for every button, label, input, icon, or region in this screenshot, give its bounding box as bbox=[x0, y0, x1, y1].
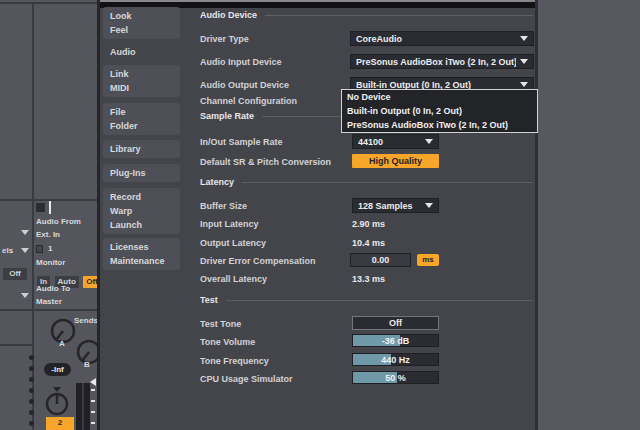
driver-error-compensation-label: Driver Error Compensation bbox=[200, 256, 316, 267]
clip-stop-button[interactable] bbox=[36, 203, 45, 212]
menu-item-presonus[interactable]: PreSonus AudioBox iTwo (2 In, 2 Out) bbox=[342, 118, 537, 132]
cpu-usage-simulator-label: CPU Usage Simulator bbox=[200, 374, 293, 385]
tone-frequency-label: Tone Frequency bbox=[200, 356, 269, 367]
session-view-background: Audio From Ext. In 1 Monitor In Auto Off… bbox=[0, 0, 97, 430]
output-latency-value: 10.4 ms bbox=[352, 238, 385, 249]
menu-item-built-in-output[interactable]: Built-in Output (0 In, 2 Out) bbox=[342, 104, 537, 118]
driver-type-label: Driver Type bbox=[200, 34, 249, 45]
monitor-off-button[interactable]: Off bbox=[83, 276, 97, 288]
divider bbox=[0, 309, 97, 311]
tab-plug-ins[interactable]: Plug-Ins bbox=[103, 164, 180, 182]
app-background-right bbox=[538, 0, 640, 430]
sample-rate-label: In/Out Sample Rate bbox=[200, 137, 283, 148]
divider bbox=[0, 2, 97, 4]
dropdown-arrow-icon bbox=[520, 59, 528, 64]
volume-display[interactable]: -Inf bbox=[44, 363, 71, 376]
tone-volume-slider[interactable]: -36 dB bbox=[352, 334, 439, 347]
menu-item-no-device[interactable]: No Device bbox=[342, 90, 537, 104]
audio-to-chooser[interactable]: Master bbox=[36, 297, 62, 307]
driver-type-select[interactable]: CoreAudio bbox=[350, 31, 534, 46]
tone-frequency-slider[interactable]: 440 Hz bbox=[352, 353, 439, 366]
section-test: Test bbox=[200, 295, 533, 306]
audio-input-device-select[interactable]: PreSonus AudioBox iTwo (2 In, 2 Out) bbox=[350, 54, 534, 69]
input-latency-value: 2.90 ms bbox=[352, 219, 385, 230]
chooser-arrow-icon[interactable] bbox=[21, 248, 29, 253]
input-latency-label: Input Latency bbox=[200, 219, 259, 230]
high-quality-button[interactable]: High Quality bbox=[352, 154, 439, 168]
divider bbox=[265, 15, 533, 16]
meter-dot bbox=[29, 366, 34, 371]
track-number-badge[interactable]: 2 bbox=[46, 417, 74, 430]
tab-link-midi[interactable]: Link MIDI bbox=[103, 65, 180, 97]
output-device-menu: No Device Built-in Output (0 In, 2 Out) … bbox=[341, 89, 538, 133]
meter-dot bbox=[29, 410, 34, 415]
cpu-usage-simulator-slider[interactable]: 50 % bbox=[352, 371, 439, 384]
section-audio-device: Audio Device bbox=[200, 10, 533, 21]
input-channel-box[interactable] bbox=[36, 245, 43, 253]
preferences-dialog: Look Feel Audio Link MIDI File Folder Li… bbox=[97, 0, 538, 430]
buffer-size-select[interactable]: 128 Samples bbox=[352, 198, 439, 213]
level-meter bbox=[76, 383, 90, 430]
meter-dot bbox=[29, 355, 34, 360]
overall-latency-value: 13.3 ms bbox=[352, 274, 385, 285]
dropdown-arrow-icon bbox=[520, 36, 528, 41]
audio-from-label: Audio From bbox=[36, 217, 81, 227]
truncated-channel-text: els bbox=[2, 246, 13, 256]
level-meter-dots bbox=[29, 352, 34, 429]
chooser-arrow-icon[interactable] bbox=[21, 293, 29, 298]
send-b-label: B bbox=[84, 360, 90, 370]
meter-dot bbox=[29, 388, 34, 393]
ms-unit-badge[interactable]: ms bbox=[417, 254, 439, 266]
tab-licenses-maintenance[interactable]: Licenses Maintenance bbox=[103, 238, 180, 270]
sr-conversion-label: Default SR & Pitch Conversion bbox=[200, 157, 331, 168]
tab-look-feel[interactable]: Look Feel bbox=[103, 7, 180, 39]
divider bbox=[226, 300, 533, 301]
output-latency-label: Output Latency bbox=[200, 238, 266, 249]
meter-dot bbox=[29, 377, 34, 382]
tab-record-warp-launch[interactable]: Record Warp Launch bbox=[103, 188, 180, 234]
pan-knob[interactable] bbox=[44, 385, 72, 419]
divider bbox=[0, 344, 32, 346]
monitor-off-button[interactable]: Off bbox=[3, 268, 27, 280]
volume-fader-handle[interactable] bbox=[90, 378, 96, 386]
test-tone-label: Test Tone bbox=[200, 319, 241, 330]
text-cursor bbox=[49, 201, 51, 214]
driver-error-compensation-input[interactable]: 0.00 bbox=[350, 253, 411, 267]
chooser-arrow-icon[interactable] bbox=[21, 230, 29, 235]
audio-from-chooser[interactable]: Ext. In bbox=[36, 230, 60, 240]
sample-rate-select[interactable]: 44100 bbox=[352, 134, 439, 149]
monitor-label: Monitor bbox=[36, 258, 65, 268]
section-latency: Latency bbox=[200, 177, 533, 188]
test-tone-button[interactable]: Off bbox=[352, 316, 439, 330]
dropdown-arrow-icon bbox=[425, 203, 433, 208]
send-a-label: A bbox=[59, 339, 65, 349]
divider bbox=[242, 182, 533, 183]
meter-dot bbox=[29, 399, 34, 404]
input-channel-chooser[interactable]: 1 bbox=[48, 244, 52, 254]
overall-latency-label: Overall Latency bbox=[200, 274, 267, 285]
tab-file-folder[interactable]: File Folder bbox=[103, 103, 180, 135]
dropdown-arrow-icon bbox=[520, 82, 528, 87]
tab-audio[interactable]: Audio bbox=[103, 43, 180, 61]
tab-library[interactable]: Library bbox=[103, 140, 180, 158]
audio-to-label: Audio To bbox=[36, 284, 70, 294]
dropdown-arrow-icon bbox=[425, 139, 433, 144]
input-device-label: Audio Input Device bbox=[200, 57, 282, 68]
meter-dot bbox=[29, 421, 34, 426]
tone-volume-label: Tone Volume bbox=[200, 337, 255, 348]
output-device-label: Audio Output Device bbox=[200, 80, 289, 91]
channel-config-label: Channel Configuration bbox=[200, 96, 297, 107]
buffer-size-label: Buffer Size bbox=[200, 201, 247, 212]
